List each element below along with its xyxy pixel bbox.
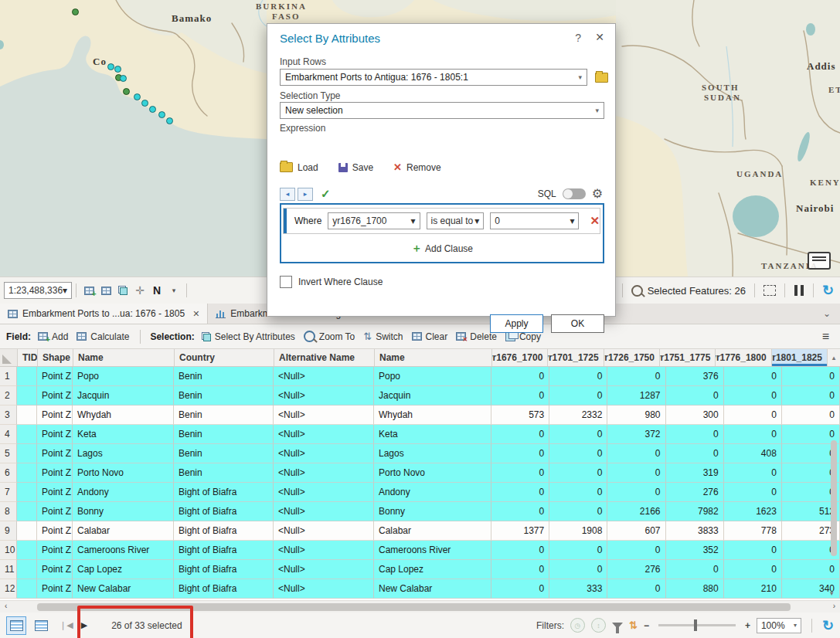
table-row[interactable]: 8Point ZBonnyBight of Biafra<Null>Bonny0… — [0, 502, 840, 521]
select-all-corner[interactable] — [0, 349, 18, 366]
row-number[interactable]: 11 — [0, 560, 17, 579]
selection-type-select[interactable]: New selection ▾ — [280, 102, 604, 119]
zoom-in-icon[interactable]: + — [745, 620, 750, 631]
table-row[interactable]: 10Point ZCameroons RiverBight of Biafra<… — [0, 541, 840, 560]
scrollbar-thumb[interactable] — [831, 440, 837, 556]
table-row[interactable]: 11Point ZCap LopezBight of Biafra<Null>C… — [0, 560, 840, 579]
row-number[interactable]: 5 — [0, 444, 17, 463]
crosshair-icon[interactable]: ✛ — [131, 282, 148, 299]
column-header[interactable]: yr1776_1800 — [716, 349, 771, 366]
calculate-field-button[interactable]: Calculate — [75, 331, 131, 342]
indent-left-icon[interactable]: ◂ — [280, 188, 295, 201]
help-icon[interactable]: ? — [575, 32, 581, 44]
scroll-down-icon[interactable]: ▾ — [830, 589, 834, 597]
sql-toggle[interactable] — [563, 188, 586, 199]
table-row[interactable]: 6Point ZPorto NovoBenin<Null>Porto Novo0… — [0, 463, 840, 483]
column-header[interactable]: Name — [375, 349, 492, 366]
clear-selection-button[interactable]: Clear — [410, 331, 450, 342]
pause-drawing-icon[interactable] — [794, 285, 804, 296]
browse-folder-icon[interactable] — [595, 73, 608, 83]
menu-icon[interactable]: ≡ — [822, 330, 834, 344]
column-header[interactable]: Alternative Name — [274, 349, 375, 366]
where-clause-row[interactable]: Where yr1676_1700 ▾ is equal to ▾ 0 ▾ ✕ — [283, 208, 600, 234]
input-rows-select[interactable]: Embarkment Ports to Antigua: 1676 - 1805… — [280, 69, 587, 86]
port-point-cyan[interactable] — [114, 66, 121, 73]
selected-features-count[interactable]: Selected Features: 26 — [648, 285, 746, 297]
tab-attribute-table[interactable]: Embarkment Ports to ...ua: 1676 - 1805 ✕ — [0, 304, 208, 324]
scroll-up-icon[interactable]: ▴ — [828, 349, 840, 366]
row-number[interactable]: 9 — [0, 521, 17, 541]
close-icon[interactable]: ✕ — [595, 31, 604, 43]
port-point-cyan[interactable] — [120, 75, 127, 82]
add-field-button[interactable]: Add — [36, 331, 70, 342]
port-point-cyan[interactable] — [141, 100, 148, 107]
port-point-green[interactable] — [72, 8, 79, 15]
first-record-icon[interactable]: ❘◀ — [60, 620, 73, 630]
scroll-left-icon[interactable]: ‹ — [5, 602, 7, 610]
remove-expression-button[interactable]: ✕Remove — [393, 161, 441, 173]
sort-icon[interactable]: ⇅ — [629, 619, 638, 631]
zoom-level-select[interactable]: 100% ▾ — [757, 618, 801, 633]
time-filter-icon[interactable]: ◷ — [570, 618, 585, 633]
selection-box-icon[interactable] — [763, 285, 776, 296]
indent-right-icon[interactable]: ▸ — [298, 188, 313, 201]
column-header[interactable]: yr1701_1725 — [548, 349, 604, 366]
column-header[interactable]: yr1726_1750 — [604, 349, 660, 366]
row-number[interactable]: 12 — [0, 579, 17, 599]
table-row[interactable]: 2Point ZJacquinBenin<Null>Jacquin0012870… — [0, 386, 840, 406]
apply-button[interactable]: Apply — [490, 314, 543, 333]
chevron-down-icon[interactable]: ▾ — [165, 282, 182, 299]
gear-icon[interactable]: ⚙ — [592, 188, 603, 200]
zoom-out-icon[interactable]: − — [644, 620, 649, 631]
remove-clause-x-icon[interactable]: ✕ — [590, 214, 600, 228]
table-row[interactable]: 12Point ZNew CalabarBight of Biafra<Null… — [0, 579, 840, 599]
row-number[interactable]: 3 — [0, 406, 17, 425]
table-row[interactable]: 4Point ZKetaBenin<Null>Keta00372000 — [0, 425, 840, 444]
zoom-slider-knob[interactable] — [694, 619, 697, 631]
port-point-cyan[interactable] — [107, 63, 114, 70]
column-header[interactable]: Country — [175, 349, 274, 366]
filter-icon[interactable] — [612, 623, 623, 629]
switch-selection-button[interactable]: ⇅Switch — [362, 331, 404, 342]
zoom-to-button[interactable]: Zoom To — [302, 331, 356, 342]
column-header[interactable]: yr1751_1775 — [660, 349, 716, 366]
column-header[interactable]: yr1676_1700 — [492, 349, 548, 366]
row-number[interactable]: 1 — [0, 367, 17, 386]
grid-icon[interactable] — [97, 282, 114, 299]
snap-grid-icon[interactable] — [80, 282, 97, 299]
selected-features-zoom-icon[interactable] — [631, 285, 643, 297]
row-number[interactable]: 4 — [0, 425, 17, 444]
table-view-button[interactable] — [6, 616, 26, 635]
refresh-icon[interactable]: ↻ — [822, 283, 834, 297]
ok-button[interactable]: OK — [551, 314, 604, 333]
row-number[interactable]: 8 — [0, 502, 17, 521]
table-row[interactable]: 1Point ZPopoBenin<Null>Popo00037600 — [0, 367, 840, 386]
save-expression-button[interactable]: Save — [338, 162, 373, 173]
row-number[interactable]: 6 — [0, 463, 17, 483]
row-number[interactable]: 10 — [0, 541, 17, 560]
field-select[interactable]: yr1676_1700 ▾ — [328, 212, 420, 229]
invert-where-clause-row[interactable]: Invert Where Clause — [280, 276, 383, 288]
invert-checkbox[interactable] — [280, 276, 292, 288]
vertical-scrollbar[interactable]: ▾ — [828, 367, 840, 599]
tab-overflow-chevron-icon[interactable]: ⌄ — [823, 304, 840, 324]
add-clause-button[interactable]: ＋Add Clause — [281, 242, 603, 256]
refresh-table-icon[interactable]: ↻ — [822, 619, 834, 633]
row-number[interactable]: 7 — [0, 483, 17, 502]
zoom-slider[interactable] — [658, 624, 736, 626]
port-point-cyan[interactable] — [166, 117, 173, 124]
port-point-cyan[interactable] — [149, 106, 156, 113]
map-legend-icon[interactable] — [808, 252, 831, 270]
edit-vertices-icon[interactable] — [114, 282, 131, 299]
column-header[interactable]: yr1801_1825 — [772, 349, 828, 366]
select-by-attributes-button[interactable]: Select By Attributes — [200, 331, 297, 342]
load-expression-button[interactable]: Load — [280, 162, 318, 173]
port-point-cyan[interactable] — [134, 93, 141, 100]
value-select[interactable]: 0 ▾ — [490, 212, 579, 229]
table-row[interactable]: 3Point ZWhydahBenin<Null>Whydah573233298… — [0, 406, 840, 425]
table-row[interactable]: 9Point ZCalabarBight of Biafra<Null>Cala… — [0, 521, 840, 541]
range-filter-icon[interactable]: ↕ — [591, 618, 606, 633]
column-header[interactable]: Shape * — [38, 349, 73, 366]
table-row[interactable]: 5Point ZLagosBenin<Null>Lagos00004080 — [0, 444, 840, 463]
validate-check-icon[interactable]: ✓ — [321, 187, 331, 201]
